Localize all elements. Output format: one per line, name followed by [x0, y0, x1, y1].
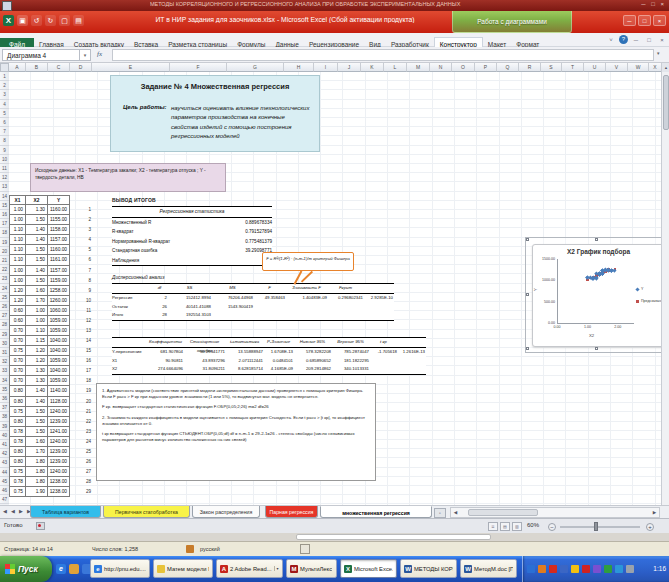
data-table-row[interactable]: 0.701.151040.0014	[9, 336, 91, 346]
data-cell[interactable]: 0.60	[9, 306, 26, 316]
column-header-R[interactable]: R	[519, 63, 541, 72]
row-header-43[interactable]: 43	[0, 458, 9, 467]
help-icon[interactable]: ?	[619, 35, 628, 44]
data-cell[interactable]: 1.30	[26, 376, 48, 386]
data-table-row[interactable]: 1.001.501159.008	[9, 276, 91, 286]
data-table-row[interactable]: 0.701.301059.0018	[9, 376, 91, 386]
data-cell[interactable]: 1.50	[26, 417, 48, 427]
print-preview-icon[interactable]: ▤	[73, 15, 84, 26]
data-cell[interactable]: 1.10	[9, 245, 26, 255]
row-header-7[interactable]: 7	[0, 127, 9, 136]
data-table-row[interactable]: 0.801.401140.0019	[9, 386, 91, 396]
data-cell[interactable]: 1128.00	[48, 397, 70, 407]
row-header-27[interactable]: 27	[0, 311, 9, 320]
row-header-41[interactable]: 41	[0, 440, 9, 449]
zoom-in-icon[interactable]: +	[646, 523, 654, 531]
data-cell[interactable]: 1.50	[26, 255, 48, 265]
data-cell[interactable]: 1238.00	[48, 487, 70, 497]
sheet-tab-4[interactable]: Парная регрессия	[265, 506, 318, 518]
scroll-left-icon[interactable]: ◀	[451, 510, 460, 515]
data-table-row[interactable]: 0.601.001060.0011	[9, 306, 91, 316]
tray-icon-7[interactable]	[593, 565, 601, 573]
data-cell[interactable]: 0.78	[9, 427, 26, 437]
row-header-8[interactable]: 8	[0, 136, 9, 145]
workbook-close-icon[interactable]: ×	[657, 37, 667, 43]
redo-icon[interactable]: ↻	[45, 15, 56, 26]
data-table-row[interactable]: 0.801.401128.0020	[9, 397, 91, 407]
column-header-W[interactable]: W	[628, 63, 649, 72]
row-header-11[interactable]: 11	[0, 164, 9, 173]
data-cell[interactable]: 1.80	[26, 467, 48, 477]
sheet-tab-3[interactable]: Закон распределения	[192, 506, 260, 518]
sheet-tab-5[interactable]: множественная регрессия	[320, 506, 432, 518]
data-cell[interactable]: 1.40	[26, 397, 48, 407]
column-header-O[interactable]: O	[452, 63, 475, 72]
undo-icon[interactable]: ↺	[31, 15, 42, 26]
data-cell[interactable]: 1.50	[26, 407, 48, 417]
row-header-44[interactable]: 44	[0, 468, 9, 477]
tray-icon-4[interactable]	[560, 565, 568, 573]
column-header-G[interactable]: G	[227, 63, 284, 72]
data-cell[interactable]: 1.50	[26, 245, 48, 255]
data-cell[interactable]: 0.70	[9, 326, 26, 336]
tray-icon-1[interactable]	[527, 565, 535, 573]
data-cell[interactable]: 1161.00	[48, 255, 70, 265]
row-header-42[interactable]: 42	[0, 449, 9, 458]
row-header-28[interactable]: 28	[0, 320, 9, 329]
data-table-row[interactable]: 0.751.501240.0021	[9, 407, 91, 417]
data-cell[interactable]: 1059.00	[48, 376, 70, 386]
data-cell[interactable]: 1059.00	[48, 316, 70, 326]
data-cell[interactable]: 1.00	[9, 215, 26, 225]
data-table-row[interactable]: 1.001.301160.001	[9, 205, 91, 215]
data-cell[interactable]: 1.10	[9, 225, 26, 235]
chart-selection-handle[interactable]	[526, 347, 529, 350]
row-header-4[interactable]: 4	[0, 100, 9, 109]
zoom-out-icon[interactable]: −	[548, 523, 556, 531]
name-box[interactable]: Диаграмма 4	[2, 49, 80, 61]
row-header-20[interactable]: 20	[0, 247, 9, 256]
data-cell[interactable]: 1.70	[26, 447, 48, 457]
column-header-L[interactable]: L	[384, 63, 407, 72]
data-cell[interactable]: 1239.00	[48, 447, 70, 457]
taskbar-button-2[interactable]: Матем модели М...	[153, 559, 213, 578]
row-header-21[interactable]: 21	[0, 256, 9, 265]
row-header-13[interactable]: 13	[0, 182, 9, 191]
row-header-2[interactable]: 2	[0, 81, 9, 90]
data-cell[interactable]: 1140.00	[48, 386, 70, 396]
scroll-right-icon[interactable]: ▶	[650, 510, 659, 515]
workbook-restore-icon[interactable]: □	[644, 37, 654, 43]
row-header-34[interactable]: 34	[0, 376, 9, 385]
data-cell[interactable]: 1240.00	[48, 467, 70, 477]
data-table-row[interactable]: 1.201.701260.0010	[9, 296, 91, 306]
save-icon[interactable]: ▣	[17, 15, 28, 26]
tray-icon-2[interactable]	[538, 565, 546, 573]
formula-bar-expand-icon[interactable]: ▾	[657, 50, 660, 56]
data-table-row[interactable]: 0.751.201040.0015	[9, 346, 91, 356]
row-header-14[interactable]: 14	[0, 192, 9, 201]
row-header-6[interactable]: 6	[0, 118, 9, 127]
data-cell[interactable]: 1040.00	[48, 336, 70, 346]
data-table-row[interactable]: 1.101.401158.003	[9, 225, 91, 235]
data-table-row[interactable]: 1.101.501161.006	[9, 255, 91, 265]
data-cell[interactable]: 0.75	[9, 346, 26, 356]
data-cell[interactable]: 0.70	[9, 356, 26, 366]
data-cell[interactable]: 1.20	[9, 296, 26, 306]
data-cell[interactable]: 1160.00	[48, 245, 70, 255]
data-cell[interactable]: 1.00	[9, 276, 26, 286]
sheet-tab-2[interactable]: Первичная статобработка	[103, 506, 190, 518]
column-header-M[interactable]: M	[407, 63, 430, 72]
data-cell[interactable]: 1.50	[26, 427, 48, 437]
column-header-E[interactable]: E	[92, 63, 170, 72]
data-cell[interactable]: 1.10	[9, 235, 26, 245]
data-cell[interactable]: 1258.00	[48, 286, 70, 296]
data-cell[interactable]: 1159.00	[48, 276, 70, 286]
workbook-minimize-icon[interactable]: ─	[631, 37, 641, 43]
column-header-V[interactable]: V	[606, 63, 628, 72]
data-cell[interactable]: 1.80	[26, 477, 48, 487]
column-header-J[interactable]: J	[338, 63, 361, 72]
data-cell[interactable]: 1158.00	[48, 225, 70, 235]
row-header-19[interactable]: 19	[0, 238, 9, 247]
prev-sheet-icon[interactable]: ◀	[10, 508, 16, 514]
column-header-D[interactable]: D	[70, 63, 92, 72]
page-break-view-icon[interactable]: ▥	[512, 522, 522, 531]
